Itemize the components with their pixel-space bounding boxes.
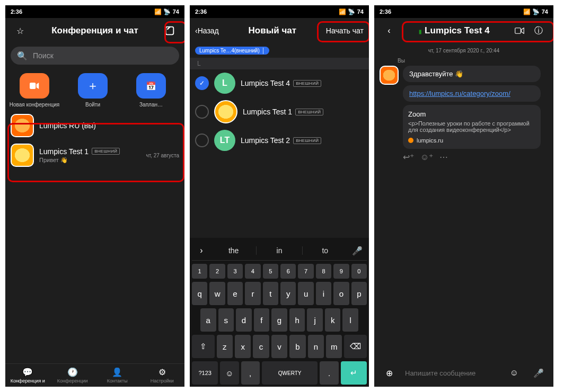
link-preview-card[interactable]: Zoom <p>Полезные уроки по работе с прогр… [403,105,541,149]
join-button[interactable]: ＋ Войти [64,73,122,108]
info-icon[interactable]: ⓘ [529,21,548,40]
key[interactable]: n [308,335,324,358]
search-icon: 🔍 [17,51,28,61]
key[interactable]: u [298,282,313,305]
status-icons: 📶 📡 74 [523,8,548,15]
key[interactable]: j [307,308,323,332]
key[interactable]: k [325,308,341,332]
key[interactable]: f [254,308,270,332]
page-title: Новый чат [219,25,326,36]
radio[interactable] [195,105,209,119]
suggestion[interactable]: in [257,246,302,255]
sender-label: Вы [398,58,553,64]
message-input[interactable] [404,369,499,378]
contact-row[interactable]: LT Lumpics Test 2ВНЕШНИЙ [190,127,369,154]
key[interactable]: 8 [316,264,331,279]
key[interactable]: m [326,335,342,358]
more-icon[interactable]: ⋯ [439,152,448,162]
key[interactable]: y [280,282,296,305]
key[interactable]: 1 [192,264,207,279]
message-input-bar: ⊕ ☺ 🎤 [374,359,553,387]
chat-list: Lumpics RU (вы) Lumpics Test 1ВНЕШНИЙ Пр… [5,111,184,363]
backspace-key[interactable]: ⌫ [344,335,367,358]
search-bar[interactable]: 🔍 [11,47,179,65]
svg-rect-2 [515,28,521,34]
star-icon[interactable]: ☆ [11,21,30,40]
key[interactable]: o [333,282,349,305]
suggestion[interactable]: to [303,246,348,255]
back-icon[interactable]: ‹ [380,21,399,40]
key[interactable]: a [200,308,216,332]
key[interactable]: 5 [263,264,278,279]
key[interactable]: g [271,308,287,332]
space-key[interactable]: QWERTY [262,361,318,385]
key[interactable]: l [342,308,358,332]
chat-row-self[interactable]: Lumpics RU (вы) [5,111,184,140]
radio-checked[interactable] [195,76,209,90]
link[interactable]: https://lumpics.ru/category/zoom/ [409,90,510,97]
tab-settings[interactable]: ⚙Настройки [140,364,185,387]
key[interactable]: i [316,282,331,305]
key[interactable]: x [235,335,251,358]
start-chat-button[interactable]: Начать чат [326,21,364,40]
key[interactable]: 4 [245,264,260,279]
tabbar: 💬Конференция и 🕐Конференции 👤Контакты ⚙Н… [5,363,184,387]
page-title: Конференция и чат [30,25,160,36]
mic-icon[interactable]: 🎤 [529,363,548,382]
shift-key[interactable]: ⇧ [192,335,215,358]
key[interactable]: d [236,308,252,332]
clock: 2:36 [195,8,207,15]
key[interactable]: 6 [280,264,296,279]
emoji-key[interactable]: ☺ [220,361,239,385]
key[interactable]: 2 [209,264,225,279]
section-letter: L [190,58,369,69]
schedule-button[interactable]: 📅 Заплан… [122,73,180,108]
chat-row[interactable]: Lumpics Test 1ВНЕШНИЙ Привет 👋 чт, 27 ав… [5,140,184,170]
tab-meetings[interactable]: 🕐Конференции [50,364,95,387]
enter-key[interactable]: ↵ [341,361,367,385]
contact-row[interactable]: Lumpics Test 1ВНЕШНИЙ [190,97,369,127]
action-row: Новая конференция ＋ Войти 📅 Заплан… [5,68,184,111]
key[interactable]: v [271,335,287,358]
selected-contact-chip[interactable]: Lumpics Te…4(внешний)│ [195,47,269,55]
key[interactable]: e [227,282,243,305]
radio[interactable] [195,133,209,147]
key[interactable]: w [209,282,225,305]
key[interactable]: 3 [227,264,243,279]
suggestion[interactable]: the [211,246,257,255]
chat-icon: 💬 [22,367,33,377]
key[interactable]: s [218,308,234,332]
search-input[interactable] [32,51,173,60]
tab-chat[interactable]: 💬Конференция и [5,364,50,387]
key[interactable]: b [289,335,305,358]
key[interactable]: t [263,282,278,305]
key[interactable]: r [245,282,260,305]
key[interactable]: c [253,335,269,358]
key[interactable]: 7 [298,264,313,279]
key[interactable]: 0 [351,264,367,279]
header: ☆ Конференция и чат [5,18,184,43]
emoji-icon[interactable]: ☺ [505,363,524,382]
reply-icon[interactable]: ↩⁺ [403,152,414,162]
chevron-icon[interactable]: › [192,241,211,260]
period-key[interactable]: . [320,361,338,385]
mic-icon[interactable]: 🎤 [348,241,367,260]
add-icon[interactable]: ⊕ [380,363,399,382]
key[interactable]: p [351,282,367,305]
tab-contacts[interactable]: 👤Контакты [95,364,140,387]
comma-key[interactable]: , [241,361,260,385]
back-button[interactable]: ‹ Назад [195,21,219,40]
video-call-icon[interactable] [510,21,529,40]
react-icon[interactable]: ☺⁺ [420,152,433,162]
contact-row[interactable]: L Lumpics Test 4ВНЕШНИЙ [190,69,369,97]
new-meeting-button[interactable]: Новая конференция [5,73,64,108]
key[interactable]: 9 [333,264,349,279]
screen-new-chat: 2:36 📶 📡 74 ‹ Назад Новый чат Начать чат… [190,5,369,387]
close-icon[interactable]: │ [262,48,265,54]
contact-list: L Lumpics Test 4ВНЕШНИЙ Lumpics Test 1ВН… [190,69,369,154]
key[interactable]: z [217,335,233,358]
key[interactable]: q [192,282,207,305]
compose-icon[interactable] [160,21,179,40]
symbols-key[interactable]: ?123 [192,361,218,385]
key[interactable]: h [289,308,305,332]
